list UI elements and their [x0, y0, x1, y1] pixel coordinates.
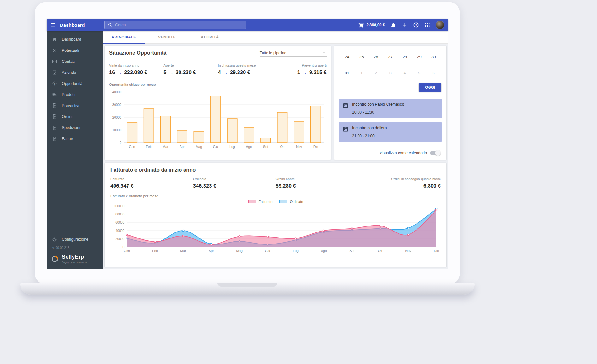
menu-icon[interactable] [50, 22, 56, 28]
calendar-day[interactable]: 26 [369, 49, 383, 65]
svg-text:20000: 20000 [115, 237, 124, 241]
help-icon: ? [413, 22, 419, 28]
calendar-day[interactable]: 5 [412, 65, 427, 81]
opportunita-header: Situazione Opportunità Tutte le pipeline [109, 50, 327, 57]
sidebar-item-aziende[interactable]: Aziende [47, 67, 103, 78]
apps-grid-icon [424, 22, 430, 28]
calendar-view-toggle-label: visualizza come calendario [380, 151, 427, 155]
building-icon [52, 70, 57, 75]
legend-label: Ordinato [290, 200, 303, 203]
calendar-day[interactable]: 29 [412, 49, 427, 65]
sidebar-item-opportunita[interactable]: €Opportunità [47, 78, 103, 89]
calendar-day[interactable]: 3 [383, 65, 398, 81]
sidebar-item-contatti[interactable]: Contatti [47, 56, 103, 67]
sidebar-item-spedizioni[interactable]: Spedizioni [47, 122, 103, 133]
calendar-event-icon [343, 103, 348, 108]
app-window: Dashboard Cerca... 2.868,00 € ? [47, 19, 448, 269]
calendar-day[interactable]: 4 [398, 65, 412, 81]
sidebar-item-prodotti[interactable]: Prodotti [47, 89, 103, 100]
cart-total: 2.868,00 € [366, 23, 385, 27]
today-button[interactable]: OGGI [419, 83, 441, 92]
stat-amount: 9.215 € [309, 69, 327, 75]
svg-text:40000: 40000 [115, 229, 124, 232]
sidebar-item-label: Ordini [62, 114, 72, 119]
fatturato-area-chart: 020000400006000080000100000GenFebMarAprM… [110, 204, 441, 254]
stat-fatturato: Fatturato406.947 € [110, 177, 193, 189]
legend-swatch [248, 200, 256, 203]
calendar-view-toggle[interactable] [430, 151, 440, 155]
topbar: Dashboard Cerca... 2.868,00 € ? [47, 19, 448, 31]
top-row: Situazione Opportunità Tutte le pipeline… [105, 46, 446, 160]
svg-text:Mag: Mag [196, 145, 202, 149]
event-card[interactable]: Incontro con Paolo Cremasco10:00 - 11:30 [339, 99, 442, 118]
stat-label: Vinte da inizio anno [109, 63, 163, 67]
tab-principale[interactable]: PRINCIPALE [103, 31, 145, 43]
svg-text:Apr: Apr [180, 145, 185, 149]
calendar-day[interactable]: 28 [398, 49, 412, 65]
legend-item-fatturato: Fatturato [248, 200, 272, 203]
cart-button[interactable]: 2.868,00 € [358, 22, 385, 28]
fatturato-stats: Fatturato406.947 €Ordinato346.323 €Ordin… [110, 177, 441, 189]
sidebar-item-potenziali[interactable]: Potenziali [47, 45, 103, 56]
sidebar-item-configurazione[interactable]: Configurazione [47, 234, 103, 245]
calendar-day[interactable]: 6 [426, 65, 441, 81]
notifications-button[interactable] [390, 22, 396, 28]
stat-label: Preventivi aperti [272, 63, 327, 67]
svg-text:Ago: Ago [246, 145, 252, 149]
svg-text:Ott: Ott [280, 145, 285, 149]
stat-amount: 223.080 € [124, 69, 147, 75]
apps-button[interactable] [424, 22, 430, 28]
calendar-toggle-row: visualizza come calendario [339, 150, 442, 156]
sidebar-item-ordini[interactable]: Ordini [47, 111, 103, 122]
doc-icon [52, 114, 57, 119]
event-card[interactable]: Incontro con dellera21:00 - 21:00 [339, 122, 442, 142]
legend-label: Fatturato [258, 200, 272, 203]
calendar-day[interactable]: 31 [340, 65, 354, 81]
toggle-knob [435, 150, 441, 156]
app-body: DashboardPotenzialiContattiAziende€Oppor… [47, 31, 448, 269]
search-input[interactable]: Cerca... [104, 21, 246, 29]
pipeline-filter-select[interactable]: Tutte le pipeline [260, 50, 327, 57]
doc-icon [52, 125, 57, 130]
euro-icon: € [52, 81, 57, 86]
calendar-day[interactable]: 27 [383, 49, 398, 65]
sidebar-item-label: Prodotti [62, 92, 75, 97]
event-text: Incontro con Paolo Cremasco10:00 - 11:30 [352, 102, 404, 114]
svg-text:Gen: Gen [129, 145, 135, 149]
legend-swatch [279, 200, 287, 203]
calendar-day[interactable]: 30 [426, 49, 441, 65]
add-button[interactable] [402, 22, 408, 28]
sidebar-item-fatture[interactable]: Fatture [47, 133, 103, 144]
svg-text:Ago: Ago [321, 249, 327, 253]
svg-text:Giu: Giu [213, 145, 218, 149]
calendar-day[interactable]: 1 [354, 65, 369, 81]
stat-value: 6.800 € [358, 183, 441, 189]
avatar[interactable] [436, 21, 444, 29]
svg-text:Feb: Feb [152, 249, 158, 253]
stat-count: 1 [297, 69, 300, 75]
event-title: Incontro con dellera [352, 126, 387, 130]
page-background: Dashboard Cerca... 2.868,00 € ? [0, 0, 597, 364]
calendar-day[interactable]: 25 [354, 49, 369, 65]
stat-aperte: Aperte5→30.230 € [163, 63, 218, 75]
calendar-day[interactable]: 24 [340, 49, 354, 65]
svg-text:0: 0 [120, 141, 121, 144]
tab-vendite[interactable]: VENDITE [145, 31, 188, 43]
svg-text:Mar: Mar [163, 145, 168, 149]
calendar-actions: OGGI [339, 83, 441, 92]
opportunita-title: Situazione Opportunità [109, 50, 167, 56]
sidebar-item-dashboard[interactable]: Dashboard [47, 34, 103, 45]
sidebar: DashboardPotenzialiContattiAziende€Oppor… [47, 31, 103, 269]
svg-text:0: 0 [122, 245, 124, 249]
arrow-right-icon: → [302, 70, 307, 75]
tab-attivita[interactable]: ATTIVITÀ [188, 31, 231, 43]
fatturato-title: Fatturato e ordinato da inizio anno [110, 167, 441, 173]
event-title: Incontro con Paolo Cremasco [352, 102, 404, 107]
stat-ordini-aperti: Ordini aperti59.280 € [276, 177, 358, 189]
sidebar-item-preventivi[interactable]: Preventivi [47, 100, 103, 111]
stat-label: Ordinato [193, 177, 276, 181]
pipeline-filter-value: Tutte le pipeline [260, 51, 286, 55]
stat-amount: 30.230 € [175, 69, 196, 75]
help-button[interactable]: ? [413, 22, 419, 28]
calendar-day[interactable]: 2 [369, 65, 383, 81]
